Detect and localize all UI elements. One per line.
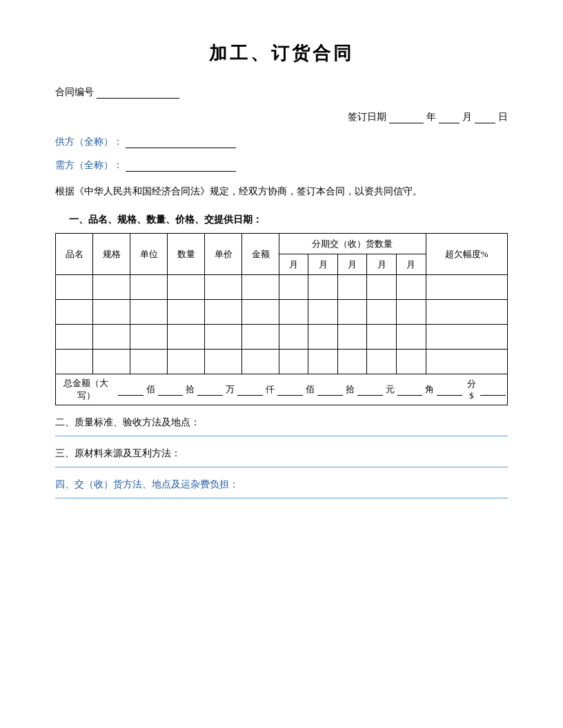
sign-date-label: 签订日期: [348, 111, 386, 123]
cell: [205, 325, 242, 350]
cell: [279, 325, 308, 350]
cell: [337, 300, 366, 325]
cell: [396, 275, 426, 300]
supply-party-row: 供方（全称）：: [55, 136, 508, 148]
cell: [308, 350, 337, 374]
col-header-unit: 单位: [130, 234, 168, 275]
total-wan-char: 万: [226, 383, 235, 396]
cell: [279, 350, 308, 374]
section2-line: [55, 436, 508, 436]
cell: [337, 325, 366, 350]
table-row: [56, 300, 508, 325]
total-bai-field[interactable]: [118, 383, 144, 396]
page-title: 加工、订货合同: [55, 41, 508, 65]
total-bai2-field[interactable]: [277, 383, 303, 396]
total-amount-row: 总金额（大写） 佰 拾 万 仟 佰 拾 元: [57, 377, 506, 402]
col-header-spec: 规格: [93, 234, 130, 275]
cell: [168, 300, 205, 325]
total-bai-char: 佰: [146, 383, 155, 396]
cell: [168, 275, 205, 300]
total-fen-char: 分$: [465, 378, 477, 401]
day-field[interactable]: [475, 111, 495, 123]
total-jiao-field[interactable]: [397, 383, 423, 396]
cell: [426, 325, 507, 350]
sign-date-row: 签订日期 年 月 日: [55, 111, 508, 123]
table-row: [56, 275, 508, 300]
total-shi-field[interactable]: [158, 383, 184, 396]
demand-party-field[interactable]: [126, 159, 236, 172]
col-sub-month5: 月: [396, 254, 426, 275]
col-sub-month3: 月: [337, 254, 366, 275]
cell: [367, 350, 396, 374]
col-header-product: 品名: [56, 234, 93, 275]
cell: [367, 325, 396, 350]
cell: [242, 325, 279, 350]
contract-number-field[interactable]: [97, 86, 179, 99]
total-row-cell: 总金额（大写） 佰 拾 万 仟 佰 拾 元: [56, 374, 508, 405]
col-header-amount: 金额: [242, 234, 279, 275]
demand-party-label: 需方（全称）：: [55, 159, 123, 172]
total-wan-field[interactable]: [197, 383, 223, 396]
col-header-price: 单价: [205, 234, 242, 275]
cell: [93, 325, 130, 350]
section4-block: 四、交（收）货方法、地点及运杂费负担：: [55, 478, 508, 498]
supply-party-label: 供方（全称）：: [55, 136, 123, 148]
goods-table: 品名 规格 单位 数量 单价 金额 分期交（收）货数量 超欠幅度% 月 月 月 …: [55, 233, 508, 405]
col-header-overage: 超欠幅度%: [426, 234, 507, 275]
cell: [93, 275, 130, 300]
total-shi-char: 拾: [186, 383, 195, 396]
total-shi2-field[interactable]: [317, 383, 343, 396]
total-yuan-char: 元: [386, 383, 395, 396]
section4-title: 四、交（收）货方法、地点及运杂费负担：: [55, 478, 508, 491]
cell: [168, 325, 205, 350]
total-label: 总金额（大写）: [57, 377, 115, 402]
cell: [367, 275, 396, 300]
total-qian-field[interactable]: [237, 383, 263, 396]
intro-text: 根据《中华人民共和国经济合同法》规定，经双方协商，签订本合同，以资共同信守。: [55, 183, 508, 200]
month-label: 月: [462, 111, 472, 123]
cell: [367, 300, 396, 325]
cell: [396, 325, 426, 350]
cell: [130, 300, 168, 325]
year-field[interactable]: [389, 111, 424, 123]
cell: [337, 350, 366, 374]
total-yuan-field[interactable]: [357, 383, 383, 396]
cell: [56, 350, 93, 374]
total-shi2-char: 拾: [346, 383, 355, 396]
cell: [308, 325, 337, 350]
section4-line: [55, 498, 508, 498]
cell: [308, 300, 337, 325]
col-sub-month2: 月: [308, 254, 337, 275]
section3-title: 三、原材料来源及互利方法：: [55, 447, 508, 460]
contract-number-label: 合同编号: [55, 86, 94, 99]
cell: [205, 300, 242, 325]
cell: [308, 275, 337, 300]
total-fen-field[interactable]: [437, 383, 462, 396]
total-jiao-char: 角: [425, 383, 434, 396]
year-label: 年: [426, 111, 436, 123]
month-field[interactable]: [439, 111, 460, 123]
page-container: 加工、订货合同 合同编号 签订日期 年 月 日 供方（全称）： 需方（全称）： …: [55, 41, 508, 498]
cell: [130, 275, 168, 300]
section3-block: 三、原材料来源及互利方法：: [55, 447, 508, 467]
total-dollar-field[interactable]: [480, 383, 506, 396]
cell: [242, 350, 279, 374]
section1-title: 一、品名、规格、数量、价格、交提供日期：: [55, 214, 508, 226]
supply-party-field[interactable]: [126, 136, 236, 148]
cell: [396, 300, 426, 325]
total-row: 总金额（大写） 佰 拾 万 仟 佰 拾 元: [56, 374, 508, 405]
cell: [396, 350, 426, 374]
day-label: 日: [498, 111, 508, 123]
cell: [168, 350, 205, 374]
cell: [242, 275, 279, 300]
cell: [279, 275, 308, 300]
section2-block: 二、质量标准、验收方法及地点：: [55, 416, 508, 436]
col-sub-month4: 月: [367, 254, 396, 275]
col-header-installment: 分期交（收）货数量: [279, 234, 426, 254]
cell: [56, 275, 93, 300]
cell: [426, 300, 507, 325]
cell: [56, 300, 93, 325]
cell: [337, 275, 366, 300]
cell: [93, 300, 130, 325]
contract-number-row: 合同编号: [55, 86, 508, 99]
